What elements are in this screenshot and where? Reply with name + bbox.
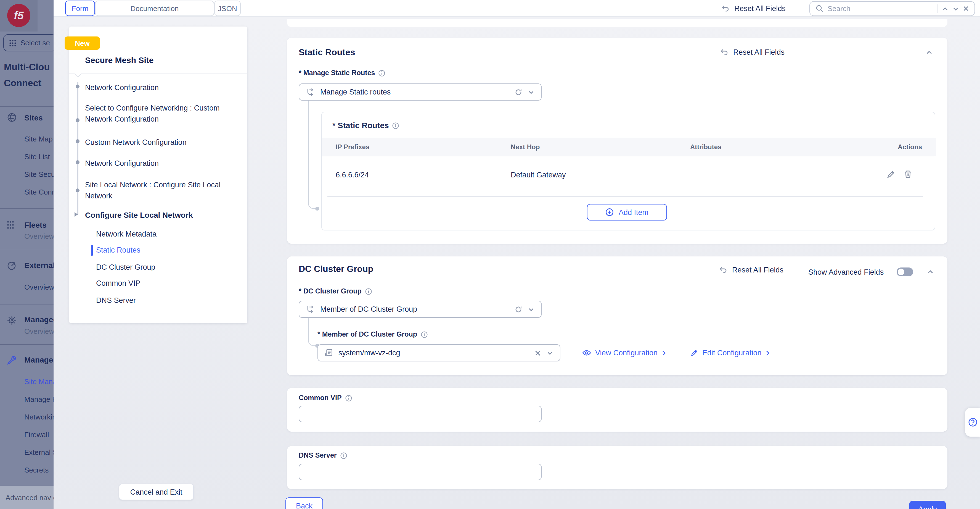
substep-dc-cluster-group[interactable]: DC Cluster Group xyxy=(96,263,156,271)
sidebar-item-external-services[interactable]: External S xyxy=(24,448,54,456)
reset-all-fields-top[interactable]: Reset All Fields xyxy=(721,0,786,17)
sidebar-item-firewall[interactable]: Firewall xyxy=(24,431,49,439)
sidebar-section-sites[interactable]: Sites xyxy=(24,113,43,122)
sidebar-item-site-management[interactable]: Site Mana xyxy=(24,377,54,386)
apply-button[interactable]: Apply xyxy=(909,501,946,509)
select-service-button[interactable]: Select se xyxy=(3,34,54,51)
sidebar-item-site-connectivity[interactable]: Site Conn xyxy=(24,188,54,196)
dc-cluster-group-select[interactable]: Member of DC Cluster Group xyxy=(299,301,542,318)
step-dot xyxy=(76,188,80,192)
external-connections-icon xyxy=(6,260,17,271)
sidebar-item-networking[interactable]: Networkin xyxy=(24,413,54,421)
info-icon[interactable] xyxy=(340,452,347,459)
f5-logo[interactable]: f5 xyxy=(7,4,30,27)
sidebar-section-external[interactable]: External xyxy=(24,261,54,270)
wizard-step[interactable]: Select to Configure Networking : Custom … xyxy=(85,103,241,125)
sidebar-section-fleets[interactable]: Fleets xyxy=(24,220,47,229)
table-header-row: IP Prefixes Next Hop Attributes Actions xyxy=(322,137,936,156)
info-icon[interactable] xyxy=(420,331,428,338)
wizard-step[interactable]: Site Local Network : Configure Site Loca… xyxy=(85,180,241,202)
info-icon[interactable] xyxy=(345,394,352,402)
substep-static-routes[interactable]: Static Routes xyxy=(96,246,140,254)
dc-cluster-group-card: DC Cluster Group Reset All Fields Show A… xyxy=(287,257,947,375)
sidebar-item-site-map[interactable]: Site Map xyxy=(24,135,53,143)
step-dot xyxy=(76,118,80,122)
search-input[interactable] xyxy=(827,5,937,13)
reset-label: Reset All Fields xyxy=(733,48,784,56)
member-dc-cluster-group-label: * Member of DC Cluster Group xyxy=(317,330,428,338)
common-vip-input[interactable] xyxy=(299,406,542,422)
substep-network-metadata[interactable]: Network Metadata xyxy=(96,230,156,238)
show-advanced-fields-toggle[interactable] xyxy=(897,268,913,276)
refresh-icon[interactable] xyxy=(515,88,522,96)
cancel-and-exit-button[interactable]: Cancel and Exit xyxy=(119,483,194,500)
sidebar-item-site-list[interactable]: Site List xyxy=(24,153,50,161)
static-routes-reset-button[interactable]: Reset All Fields xyxy=(720,48,784,56)
back-button[interactable]: Back xyxy=(285,498,323,509)
step-dot xyxy=(76,85,80,88)
tab-json[interactable]: JSON xyxy=(214,0,241,16)
sidebar-item-secrets[interactable]: Secrets xyxy=(24,466,49,474)
divider xyxy=(0,305,54,305)
table-row: 6.6.6.6/24 Default Gateway xyxy=(322,156,936,196)
chevron-down-icon[interactable] xyxy=(528,306,535,313)
chevron-right-icon xyxy=(765,349,770,356)
app-sidebar: f5 Select se Multi-Clou Connect Sites Si… xyxy=(0,0,54,509)
sidebar-section-manage[interactable]: Manage xyxy=(24,355,53,364)
dns-server-input[interactable] xyxy=(299,464,542,480)
edit-row-icon[interactable] xyxy=(886,170,896,179)
advanced-nav-footer[interactable]: Advanced nav o xyxy=(0,486,54,509)
sidebar-item-site-security[interactable]: Site Secur xyxy=(24,170,54,179)
search-icon xyxy=(810,5,827,13)
info-icon[interactable] xyxy=(378,69,385,77)
help-button[interactable] xyxy=(965,408,980,437)
pencil-icon xyxy=(690,349,698,357)
sidebar-item-managed-overview[interactable]: Overview xyxy=(24,327,54,335)
info-icon[interactable] xyxy=(365,288,372,295)
question-icon xyxy=(967,417,977,427)
eye-icon xyxy=(582,349,591,357)
view-configuration-link[interactable]: View Configuration xyxy=(582,349,667,357)
sidebar-item-fleets-overview[interactable]: Overview xyxy=(24,232,54,240)
info-icon[interactable] xyxy=(392,122,399,129)
chevron-down-icon[interactable] xyxy=(528,89,535,95)
manage-static-routes-label: * Manage Static Routes xyxy=(299,69,385,77)
tab-form[interactable]: Form xyxy=(65,0,95,16)
add-item-button[interactable]: Add Item xyxy=(587,204,667,220)
wizard-step-active-group[interactable]: Configure Site Local Network xyxy=(85,209,241,220)
substep-dns-server[interactable]: DNS Server xyxy=(96,296,136,305)
search-close-icon[interactable] xyxy=(963,6,974,11)
wizard-step[interactable]: Network Configuration xyxy=(85,82,241,93)
col-actions: Actions xyxy=(898,143,922,151)
collapse-section-icon[interactable] xyxy=(925,49,933,56)
sidebar-section-managed[interactable]: Managed xyxy=(24,315,54,324)
divider xyxy=(0,250,54,251)
delete-row-icon[interactable] xyxy=(903,170,913,179)
search-prev-icon[interactable] xyxy=(938,5,952,12)
sidebar-item-manage-k8s[interactable]: Manage K xyxy=(24,395,54,404)
manage-static-routes-select[interactable]: Manage Static routes xyxy=(299,83,542,101)
clear-selection-icon[interactable] xyxy=(535,349,541,356)
common-vip-card: Common VIP xyxy=(287,388,947,432)
refresh-icon[interactable] xyxy=(515,305,522,313)
dc-reset-button[interactable]: Reset All Fields xyxy=(719,265,783,274)
wizard-step[interactable]: Custom Network Configuration xyxy=(85,137,241,148)
edit-configuration-link[interactable]: Edit Configuration xyxy=(690,349,770,357)
chevron-down-icon[interactable] xyxy=(547,349,553,356)
divider xyxy=(69,73,247,74)
substep-common-vip[interactable]: Common VIP xyxy=(96,279,140,287)
sidebar-item-external-overview[interactable]: Overview xyxy=(24,283,54,291)
wizard-tree-line xyxy=(77,82,78,214)
member-dc-cluster-group-select[interactable]: system/mw-vz-dcg xyxy=(317,344,560,361)
search-next-icon[interactable] xyxy=(952,5,963,12)
select-service-label: Select se xyxy=(21,39,50,47)
wizard-step[interactable]: Network Configuration xyxy=(85,158,241,169)
grid-icon xyxy=(9,39,17,47)
new-badge: New xyxy=(65,37,100,50)
collapse-section-icon[interactable] xyxy=(926,268,934,276)
branch-icon xyxy=(306,88,315,96)
divider xyxy=(0,106,54,107)
tab-documentation[interactable]: Documentation xyxy=(95,0,214,16)
static-routes-table-card: * Static Routes IP Prefixes Next Hop Att… xyxy=(321,112,935,230)
sites-icon xyxy=(6,112,17,123)
